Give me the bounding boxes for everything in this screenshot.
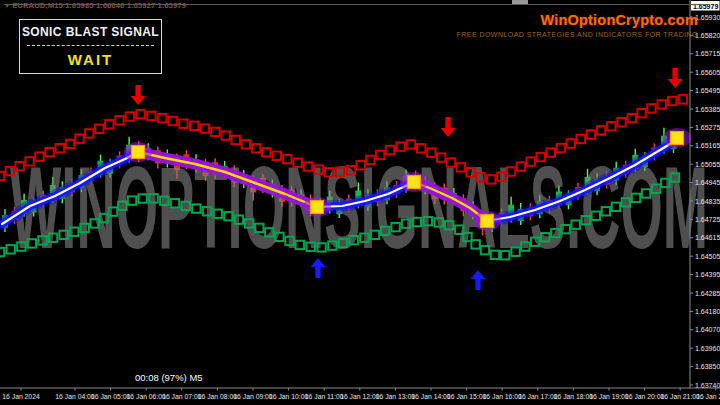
- sell-signal-arrow: [441, 117, 456, 137]
- svg-text:1.65605: 1.65605: [695, 69, 720, 76]
- svg-text:16 Jan 13:00: 16 Jan 13:00: [376, 393, 416, 400]
- svg-text:16 Jan 17:00: 16 Jan 17:00: [518, 393, 558, 400]
- branding: WinOptionCrypto.com FREE DOWNLOAD STRATE…: [457, 12, 698, 38]
- svg-text:16 Jan 07:00: 16 Jan 07:00: [162, 393, 202, 400]
- svg-text:16 Jan 21:00: 16 Jan 21:00: [661, 393, 701, 400]
- svg-text:1.65495: 1.65495: [695, 87, 720, 94]
- svg-text:1.65055: 1.65055: [695, 161, 720, 168]
- svg-text:16 Jan 09:00: 16 Jan 09:00: [233, 393, 273, 400]
- svg-text:16 Jan 04:00: 16 Jan 04:00: [55, 393, 95, 400]
- svg-text:16 Jan 10:00: 16 Jan 10:00: [269, 393, 309, 400]
- svg-text:1.64725: 1.64725: [695, 216, 720, 223]
- sell-signal-arrow: [131, 85, 146, 105]
- buy-signal-arrow: [471, 270, 486, 290]
- chart-top-border: [4, 4, 710, 5]
- svg-text:16 Jan 18:00: 16 Jan 18:00: [554, 393, 594, 400]
- candle-timer: 00:08 (97%) M5: [135, 372, 203, 383]
- svg-text:1.63850: 1.63850: [695, 363, 720, 370]
- svg-text:16 Jan 14:00: 16 Jan 14:00: [411, 393, 451, 400]
- svg-text:16 Jan 2024: 16 Jan 2024: [2, 393, 40, 400]
- svg-text:16 Jan 19:00: 16 Jan 19:00: [589, 393, 629, 400]
- svg-text:16 Jan 05:00: 16 Jan 05:00: [91, 393, 131, 400]
- svg-text:16 Jan 22:00: 16 Jan 22:00: [696, 393, 720, 400]
- svg-text:1.63740: 1.63740: [695, 382, 720, 389]
- svg-text:1.65165: 1.65165: [695, 142, 720, 149]
- svg-text:1.64505: 1.64505: [695, 253, 720, 260]
- svg-text:16 Jan 20:00: 16 Jan 20:00: [625, 393, 665, 400]
- trend-change-marker: [311, 201, 324, 214]
- symbol-ohlc-text: EURAUD,M15 1.65985 1.66046 1.65927 1.659…: [12, 1, 186, 10]
- svg-text:1.65385: 1.65385: [695, 106, 720, 113]
- signal-status: WAIT: [68, 51, 114, 68]
- trend-change-marker: [481, 215, 494, 228]
- svg-text:1.65275: 1.65275: [695, 124, 720, 131]
- trend-change-marker: [671, 132, 684, 145]
- svg-text:16 Jan 12:00: 16 Jan 12:00: [340, 393, 380, 400]
- svg-text:1.64835: 1.64835: [695, 198, 720, 205]
- svg-text:1.64395: 1.64395: [695, 271, 720, 278]
- svg-text:16 Jan 06:00: 16 Jan 06:00: [127, 393, 167, 400]
- current-price-box: 1.65979: [691, 1, 720, 11]
- svg-text:1.64615: 1.64615: [695, 234, 720, 241]
- time-axis[interactable]: 16 Jan 202416 Jan 04:0016 Jan 05:0016 Ja…: [0, 388, 720, 400]
- svg-text:1.65715: 1.65715: [695, 50, 720, 57]
- sell-signal-arrow: [668, 68, 683, 88]
- svg-text:1.64285: 1.64285: [695, 290, 720, 297]
- svg-text:16 Jan 16:00: 16 Jan 16:00: [483, 393, 523, 400]
- svg-text:1.63960: 1.63960: [695, 345, 720, 352]
- signal-title: SONIC BLAST SIGNAL: [22, 25, 159, 39]
- svg-text:1.65930: 1.65930: [695, 14, 720, 21]
- brand-site-link[interactable]: WinOptionCrypto.com: [457, 12, 698, 28]
- signal-box: SONIC BLAST SIGNAL WAIT: [19, 19, 162, 74]
- svg-text:16 Jan 11:00: 16 Jan 11:00: [305, 393, 344, 400]
- svg-text:16 Jan 15:00: 16 Jan 15:00: [447, 393, 487, 400]
- svg-text:1.64070: 1.64070: [695, 326, 720, 333]
- trend-change-marker: [132, 146, 145, 159]
- signal-divider: [27, 45, 154, 46]
- symbol-ohlc-readout: ▼EURAUD,M15 1.65985 1.66046 1.65927 1.65…: [4, 1, 186, 10]
- svg-text:16 Jan 08:00: 16 Jan 08:00: [198, 393, 238, 400]
- svg-text:1.64945: 1.64945: [695, 179, 720, 186]
- svg-text:1.65820: 1.65820: [695, 32, 720, 39]
- svg-text:1.64180: 1.64180: [695, 308, 720, 315]
- trend-change-marker: [408, 176, 421, 189]
- brand-tagline: FREE DOWNLOAD STRATEGIES AND INDICATORS …: [457, 31, 698, 38]
- chart-top-scrollbar[interactable]: [512, 0, 528, 4]
- mt4-chart-window: WINOPTIONSIGNALS.COM1.659301.658201.6571…: [0, 0, 720, 405]
